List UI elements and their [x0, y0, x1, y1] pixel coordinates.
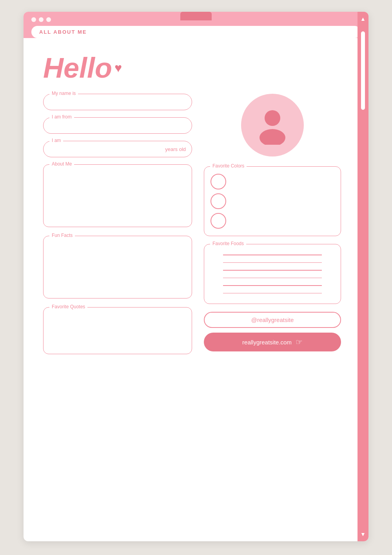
website-text: reallygreatsite.com [242, 339, 292, 346]
left-column: My name is I am from I am years old [43, 94, 192, 363]
food-line-3 [223, 270, 322, 271]
svg-point-1 [260, 129, 285, 145]
scrollbar-thumb[interactable] [361, 31, 365, 110]
favorite-quotes-label: Favorite Quotes [49, 304, 87, 309]
color-circle-3[interactable] [211, 213, 226, 229]
favorite-foods-label: Favorite Foods [210, 241, 246, 246]
color-circle-2[interactable] [211, 193, 226, 209]
i-am-from-label: I am from [49, 114, 74, 120]
content-area: Hello♥ My name is I am from [24, 38, 368, 378]
about-me-textarea[interactable] [43, 164, 192, 227]
food-lines [211, 251, 334, 297]
favorite-foods-box [204, 244, 341, 304]
food-line-5 [223, 285, 322, 286]
scrollbar-track[interactable]: ▲ ▼ [358, 12, 368, 541]
about-me-label: About Me [49, 161, 74, 167]
food-line-1 [223, 255, 322, 255]
i-am-from-group: I am from [43, 117, 192, 134]
hello-heading: Hello♥ [43, 54, 341, 82]
favorite-colors-box [204, 166, 341, 236]
browser-dot-2 [39, 17, 44, 22]
avatar-circle [241, 94, 304, 156]
website-button[interactable]: reallygreatsite.com ☞ [204, 333, 341, 351]
scroll-up-arrow[interactable]: ▲ [360, 16, 366, 22]
cursor-icon: ☞ [296, 337, 303, 347]
my-name-input[interactable] [43, 94, 192, 110]
browser-header: ALL ABOUT ME [24, 12, 368, 38]
svg-point-0 [265, 110, 280, 126]
address-text: ALL ABOUT ME [39, 29, 87, 35]
two-col-layout: My name is I am from I am years old [43, 94, 341, 363]
i-am-label: I am [49, 138, 63, 143]
about-me-group: About Me [43, 164, 192, 229]
hello-text: Hello [43, 54, 112, 82]
i-am-from-input[interactable] [43, 117, 192, 134]
favorite-quotes-group: Favorite Quotes [43, 307, 192, 356]
avatar-icon [255, 106, 290, 145]
favorite-foods-group: Favorite Foods [204, 244, 341, 304]
food-line-2 [223, 262, 322, 263]
social-handle-text: @reallygreatsite [251, 317, 294, 323]
heart-icon: ♥ [114, 62, 122, 74]
food-line-6 [223, 293, 322, 294]
right-column: Favorite Colors Favorite Foods [204, 94, 341, 363]
favorite-colors-label: Favorite Colors [210, 163, 247, 169]
scroll-down-arrow[interactable]: ▼ [360, 531, 366, 537]
favorite-colors-group: Favorite Colors [204, 166, 341, 236]
fun-facts-textarea[interactable] [43, 236, 192, 298]
my-name-label: My name is [49, 91, 78, 96]
my-name-group: My name is [43, 94, 192, 110]
favorite-quotes-textarea[interactable] [43, 307, 192, 354]
avatar-container [204, 94, 341, 156]
browser-dot-1 [31, 17, 36, 22]
social-handle[interactable]: @reallygreatsite [204, 312, 341, 328]
browser-dot-3 [46, 17, 51, 22]
age-input[interactable] [43, 141, 192, 157]
address-bar: ALL ABOUT ME [31, 26, 361, 38]
fun-facts-label: Fun Facts [49, 233, 75, 238]
color-circle-1[interactable] [211, 174, 226, 189]
food-line-4 [223, 278, 322, 278]
page-wrapper: ALL ABOUT ME ▲ ▼ Hello♥ My name is [0, 0, 392, 555]
fun-facts-group: Fun Facts [43, 236, 192, 300]
age-group: I am years old [43, 141, 192, 157]
browser-window: ALL ABOUT ME ▲ ▼ Hello♥ My name is [24, 12, 368, 541]
browser-tab [180, 12, 212, 20]
